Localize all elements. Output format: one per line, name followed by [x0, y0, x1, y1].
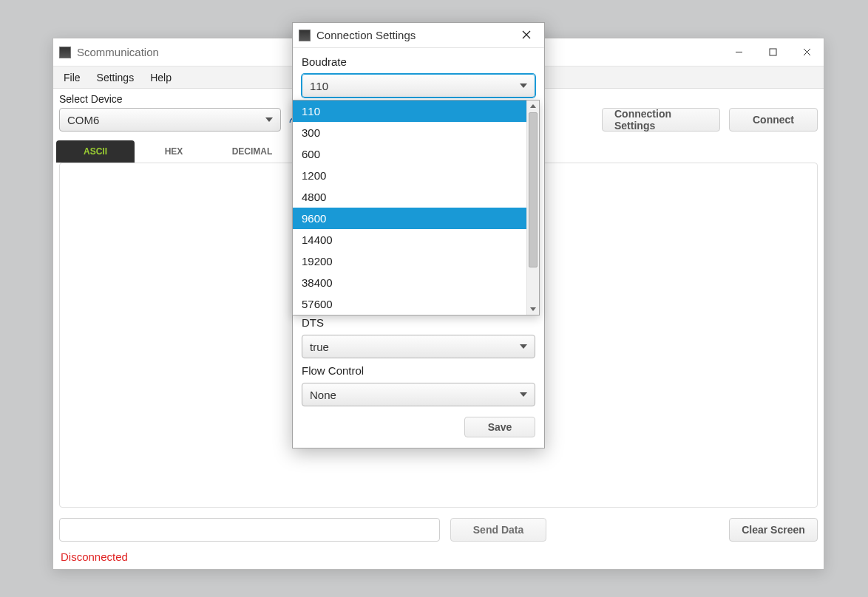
baudrate-option-list: 1103006001200480096001440019200384005760… — [293, 100, 526, 315]
menu-settings[interactable]: Settings — [97, 72, 135, 83]
dialog-footer: Save — [302, 417, 535, 437]
send-input[interactable] — [59, 518, 440, 542]
status-bar: Disconnected — [53, 547, 824, 569]
baudrate-option[interactable]: 300 — [293, 122, 526, 143]
menu-file[interactable]: File — [64, 72, 81, 83]
save-button[interactable]: Save — [464, 417, 535, 437]
close-button[interactable] — [790, 41, 824, 64]
scroll-down-icon — [530, 307, 536, 311]
dts-select[interactable]: true — [302, 335, 535, 358]
clear-screen-button[interactable]: Clear Screen — [729, 518, 818, 542]
baudrate-option[interactable]: 110 — [293, 100, 526, 122]
send-data-button[interactable]: Send Data — [450, 518, 546, 542]
chevron-down-icon — [520, 344, 527, 349]
minimize-button[interactable] — [722, 41, 756, 64]
flow-control-label: Flow Control — [302, 364, 535, 377]
baudrate-label: Boudrate — [302, 55, 535, 68]
scroll-up-icon — [530, 104, 536, 108]
dialog-title: Connection Settings — [316, 29, 416, 41]
connection-status: Disconnected — [61, 550, 128, 563]
dialog-titlebar: Connection Settings — [293, 23, 544, 48]
baudrate-option[interactable]: 38400 — [293, 272, 526, 293]
scrollbar-thumb[interactable] — [529, 112, 538, 267]
baudrate-option[interactable]: 4800 — [293, 186, 526, 208]
dts-label: DTS — [302, 316, 535, 329]
app-icon — [59, 47, 71, 58]
dts-value: true — [310, 341, 329, 353]
device-select[interactable]: COM6 — [59, 108, 281, 132]
connect-button[interactable]: Connect — [729, 108, 818, 132]
baudrate-select[interactable]: 110 — [302, 74, 535, 98]
maximize-button[interactable] — [756, 41, 790, 64]
connection-settings-button[interactable]: Connection Settings — [602, 108, 720, 132]
baudrate-dropdown: 1103006001200480096001440019200384005760… — [292, 100, 540, 315]
chevron-down-icon — [520, 392, 527, 397]
baudrate-option[interactable]: 57600 — [293, 293, 526, 315]
tab-decimal[interactable]: DECIMAL — [213, 140, 291, 163]
dialog-close-button[interactable] — [515, 29, 538, 41]
baudrate-option[interactable]: 1200 — [293, 165, 526, 186]
chevron-down-icon — [520, 83, 527, 88]
flow-control-select[interactable]: None — [302, 383, 535, 406]
flow-control-value: None — [310, 389, 336, 401]
window-title: Scommunication — [77, 46, 159, 58]
device-value: COM6 — [67, 114, 99, 126]
scrollbar[interactable] — [526, 100, 539, 315]
bottom-row: Send Data Clear Screen — [53, 514, 824, 547]
device-label: Select Device — [59, 93, 281, 105]
dialog-icon — [299, 30, 311, 41]
button-group: Connection Settings Connect — [602, 108, 818, 132]
tab-ascii[interactable]: ASCII — [56, 140, 135, 163]
baudrate-option[interactable]: 19200 — [293, 250, 526, 272]
baudrate-value: 110 — [310, 80, 328, 92]
window-controls — [722, 41, 824, 64]
svg-rect-1 — [770, 49, 776, 55]
baudrate-option[interactable]: 9600 — [293, 208, 526, 229]
baudrate-option[interactable]: 600 — [293, 143, 526, 165]
chevron-down-icon — [265, 117, 273, 122]
device-block: Select Device COM6 — [59, 93, 281, 132]
menu-help[interactable]: Help — [150, 72, 172, 83]
baudrate-option[interactable]: 14400 — [293, 229, 526, 250]
tab-hex[interactable]: HEX — [135, 140, 213, 163]
